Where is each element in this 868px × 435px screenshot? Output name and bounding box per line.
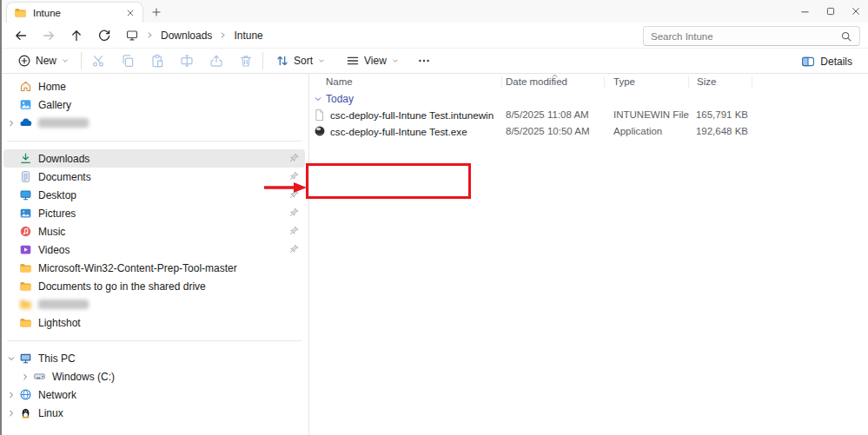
minimize-button[interactable] bbox=[792, 0, 818, 23]
column-header-size[interactable]: Size bbox=[697, 76, 716, 87]
sidebar-item-label: Downloads bbox=[38, 153, 89, 165]
pin-icon bbox=[288, 152, 300, 163]
sidebar-item-pictures[interactable]: Pictures bbox=[3, 204, 305, 222]
tab-bar: Intune bbox=[0, 0, 868, 23]
sidebar-item-gallery[interactable]: Gallery bbox=[3, 96, 305, 114]
up-button[interactable] bbox=[63, 24, 90, 47]
sidebar-item-desktop[interactable]: Desktop bbox=[3, 186, 305, 204]
search-input[interactable] bbox=[651, 31, 840, 42]
sidebar-item-microsoft-win32-content-prep-tool-master[interactable]: Microsoft-Win32-Content-Prep-Tool-master bbox=[3, 259, 305, 277]
close-button[interactable] bbox=[843, 0, 868, 23]
sidebar-item-music[interactable]: Music bbox=[3, 222, 305, 241]
column-separator[interactable] bbox=[604, 76, 605, 88]
sidebar-item-redacted[interactable] bbox=[3, 295, 305, 313]
sidebar-item-label: Microsoft-Win32-Content-Prep-Tool-master bbox=[38, 262, 237, 274]
sidebar-item-windows-c[interactable]: Windows (C:) bbox=[3, 367, 305, 386]
sidebar-item-linux[interactable]: Linux bbox=[3, 404, 305, 422]
sidebar-item-label: Documents to go in the shared drive bbox=[38, 280, 206, 293]
back-button[interactable] bbox=[7, 24, 35, 47]
chevron-right-icon[interactable] bbox=[3, 391, 19, 399]
column-header-name[interactable]: Name bbox=[326, 76, 353, 87]
chevron-right-icon bbox=[219, 31, 227, 39]
gallery-icon bbox=[19, 98, 34, 111]
paste-button[interactable] bbox=[146, 50, 169, 71]
file-date-modified: 8/5/2025 11:08 AM bbox=[506, 109, 589, 120]
sidebar-item-home[interactable]: Home bbox=[3, 77, 305, 96]
column-separator[interactable] bbox=[752, 76, 752, 88]
sidebar-item-redacted[interactable] bbox=[3, 114, 305, 132]
folder-icon bbox=[19, 298, 34, 311]
pictures-icon bbox=[19, 207, 34, 220]
chevron-down-icon[interactable] bbox=[3, 354, 19, 363]
breadcrumb-intune[interactable]: Intune bbox=[234, 30, 262, 42]
tab-close-icon[interactable] bbox=[123, 6, 137, 20]
tab-intune[interactable]: Intune bbox=[6, 2, 143, 23]
address-bar: Downloads Intune bbox=[0, 23, 868, 49]
cut-button[interactable] bbox=[87, 50, 109, 71]
linux-icon bbox=[19, 406, 34, 419]
chevron-right-icon[interactable] bbox=[3, 409, 19, 418]
new-tab-button[interactable] bbox=[149, 4, 164, 20]
folder-icon bbox=[14, 6, 27, 19]
sidebar-item-downloads[interactable]: Downloads bbox=[3, 149, 305, 168]
navigation-buttons bbox=[7, 24, 118, 47]
new-button[interactable]: New bbox=[10, 50, 76, 71]
forward-button[interactable] bbox=[35, 24, 63, 47]
sidebar-item-label: Network bbox=[38, 389, 76, 401]
search-box[interactable] bbox=[643, 26, 860, 46]
file-date-modified: 8/5/2025 10:50 AM bbox=[506, 126, 590, 136]
documents-icon bbox=[19, 170, 34, 183]
delete-button[interactable] bbox=[235, 50, 257, 71]
thispc-icon bbox=[19, 352, 34, 365]
command-toolbar: New Sort View Details bbox=[0, 49, 868, 74]
sidebar-item-this-pc[interactable]: This PC bbox=[3, 349, 305, 367]
sidebar-divider bbox=[0, 332, 308, 349]
sidebar-item-label: Desktop bbox=[38, 189, 76, 201]
file-type: Application bbox=[613, 126, 662, 136]
details-button[interactable]: Details bbox=[796, 51, 858, 72]
sidebar-item-lightshot[interactable]: Lightshot bbox=[3, 313, 305, 332]
share-button[interactable] bbox=[205, 50, 228, 71]
folder-icon bbox=[19, 316, 34, 329]
pin-icon bbox=[288, 225, 300, 236]
sidebar-item-label: This PC bbox=[38, 353, 76, 365]
copy-button[interactable] bbox=[116, 50, 139, 71]
refresh-button[interactable] bbox=[90, 24, 118, 47]
sidebar-item-label: Music bbox=[38, 226, 65, 238]
chevron-right-icon[interactable] bbox=[3, 119, 19, 128]
sort-button[interactable]: Sort bbox=[268, 50, 332, 71]
share-icon bbox=[209, 54, 223, 68]
breadcrumb: Downloads Intune bbox=[125, 29, 263, 42]
file-name: csc-deploy-full-Intune Test.intunewin bbox=[330, 109, 494, 121]
rename-button[interactable] bbox=[176, 50, 198, 71]
file-row[interactable]: csc-deploy-full-Intune Test.exe8/5/2025 … bbox=[309, 123, 868, 140]
monitor-icon bbox=[125, 29, 139, 42]
breadcrumb-downloads[interactable]: Downloads bbox=[161, 30, 212, 42]
screen-left-edge bbox=[0, 0, 2, 435]
sidebar-item-documents-to-go-in-the-shared-drive[interactable]: Documents to go in the shared drive bbox=[3, 277, 305, 295]
download-icon bbox=[19, 152, 34, 165]
delete-icon bbox=[239, 54, 253, 68]
sidebar-item-documents[interactable]: Documents bbox=[3, 168, 305, 186]
music-icon bbox=[19, 225, 34, 238]
sidebar-item-videos[interactable]: Videos bbox=[3, 241, 305, 259]
sidebar-item-network[interactable]: Network bbox=[3, 386, 305, 404]
annotation-highlight-rectangle bbox=[306, 163, 471, 199]
desktop-icon bbox=[19, 188, 34, 201]
file-row[interactable]: csc-deploy-full-Intune Test.intunewin8/5… bbox=[309, 107, 868, 123]
sidebar-item-label: Pictures bbox=[38, 208, 76, 220]
maximize-button[interactable] bbox=[818, 0, 843, 23]
pin-icon bbox=[288, 207, 300, 218]
home-icon bbox=[19, 80, 34, 93]
more-options-button[interactable] bbox=[413, 50, 435, 71]
column-separator[interactable] bbox=[688, 76, 689, 88]
chevron-down-icon bbox=[62, 57, 69, 64]
details-button-label: Details bbox=[820, 56, 852, 68]
sidebar-item-label: Windows (C:) bbox=[52, 371, 115, 383]
chevron-right-icon[interactable] bbox=[17, 372, 33, 381]
column-separator[interactable] bbox=[501, 76, 502, 88]
column-header-type[interactable]: Type bbox=[613, 76, 635, 87]
column-header-row: Name Date modified Type Size bbox=[309, 74, 868, 89]
view-button[interactable]: View bbox=[339, 50, 406, 71]
group-header-today[interactable]: Today bbox=[309, 90, 354, 107]
